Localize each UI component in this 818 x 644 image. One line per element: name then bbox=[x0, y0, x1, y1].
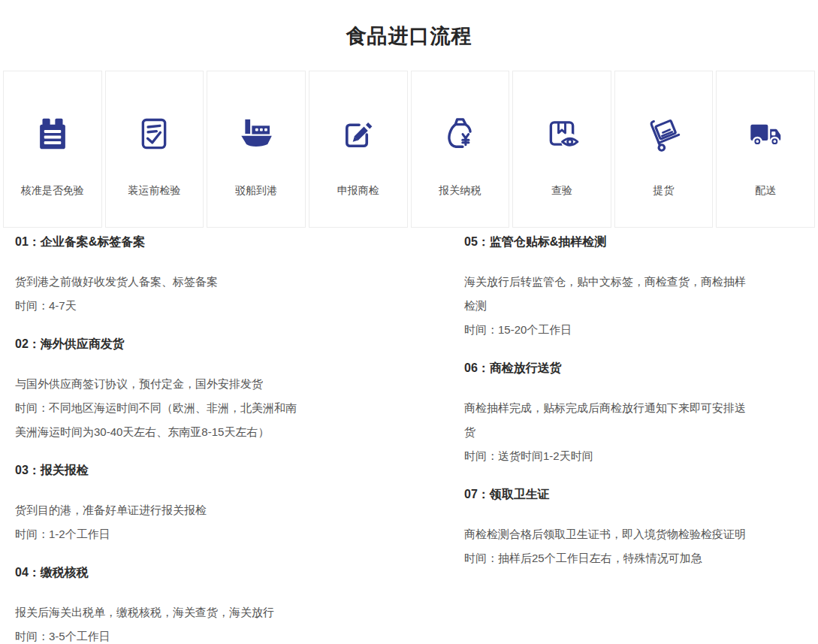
clipboard-icon bbox=[32, 113, 73, 154]
section-description: 与国外供应商签订协议，预付定金，国外安排发货 bbox=[15, 372, 422, 396]
edit-icon bbox=[338, 113, 379, 154]
page-title: 食品进口流程 bbox=[0, 21, 818, 51]
step-cell-customs-tax: 报关纳税 bbox=[411, 71, 510, 228]
section-time: 时间：15-20个工作日 bbox=[464, 318, 804, 342]
step-cell-arrival-port: 驳船到港 bbox=[207, 71, 306, 228]
checklist-icon bbox=[134, 113, 174, 154]
section-03: 03：报关报检 货到目的港，准备好单证进行报关报检 时间：1-2个工作日 bbox=[15, 462, 422, 546]
section-time: 时间：1-2个工作日 bbox=[15, 522, 422, 546]
section-description: 商检检测合格后领取卫生证书，即入境货物检验检疫证明 bbox=[464, 522, 804, 546]
section-time: 时间：送货时间1-2天时间 bbox=[464, 444, 804, 468]
step-label: 报关纳税 bbox=[439, 184, 481, 198]
section-07: 07：领取卫生证 商检检测合格后领取卫生证书，即入境货物检验检疫证明 时间：抽样… bbox=[464, 486, 804, 570]
details-column-left: 01：企业备案&标签备案 货到港之前做好收发货人备案、标签备案 时间：4-7天 … bbox=[15, 234, 422, 644]
step-cell-approval: 核准是否免验 bbox=[3, 71, 102, 228]
step-label: 驳船到港 bbox=[235, 184, 277, 198]
handtruck-icon bbox=[644, 113, 684, 154]
section-description: 报关后海关出税单，缴税核税，海关查货，海关放行 bbox=[15, 600, 422, 624]
section-01: 01：企业备案&标签备案 货到港之前做好收发货人备案、标签备案 时间：4-7天 bbox=[15, 234, 422, 318]
money-bag-icon bbox=[439, 113, 480, 154]
process-details: 01：企业备案&标签备案 货到港之前做好收发货人备案、标签备案 时间：4-7天 … bbox=[0, 228, 818, 644]
section-04: 04：缴税核税 报关后海关出税单，缴税核税，海关查货，海关放行 时间：3-5个工… bbox=[15, 564, 422, 644]
section-heading: 07：领取卫生证 bbox=[464, 486, 804, 503]
ship-icon bbox=[236, 113, 276, 154]
section-description: 商检抽样完成，贴标完成后商检放行通知下来即可安排送 货 bbox=[464, 396, 804, 444]
section-heading: 03：报关报检 bbox=[15, 462, 422, 479]
step-label: 核准是否免验 bbox=[21, 184, 84, 198]
step-label: 配送 bbox=[755, 184, 776, 198]
step-label: 提货 bbox=[653, 184, 675, 198]
step-label: 申报商检 bbox=[337, 184, 379, 198]
section-time: 时间：抽样后25个工作日左右，特殊情况可加急 bbox=[464, 546, 804, 570]
section-description: 货到港之前做好收发货人备案、标签备案 bbox=[15, 270, 422, 294]
section-description: 货到目的港，准备好单证进行报关报检 bbox=[15, 498, 422, 522]
truck-icon bbox=[745, 113, 786, 154]
details-column-right: 05：监管仓贴标&抽样检测 海关放行后转监管仓，贴中文标签，商检查货，商检抽样 … bbox=[464, 234, 804, 644]
section-heading: 06：商检放行送货 bbox=[464, 360, 804, 376]
box-inspect-icon bbox=[542, 113, 582, 154]
section-time: 时间：3-5个工作日 bbox=[15, 624, 422, 644]
section-heading: 01：企业备案&标签备案 bbox=[15, 234, 422, 250]
step-label: 装运前检验 bbox=[128, 184, 180, 198]
section-time: 时间：不同地区海运时间不同（欧洲、非洲，北美洲和南 美洲海运时间为30-40天左… bbox=[15, 396, 422, 444]
section-05: 05：监管仓贴标&抽样检测 海关放行后转监管仓，贴中文标签，商检查货，商检抽样 … bbox=[464, 234, 804, 342]
step-cell-declare-inspection: 申报商检 bbox=[309, 71, 408, 228]
step-cell-pickup: 提货 bbox=[614, 71, 714, 228]
section-time: 时间：4-7天 bbox=[15, 294, 422, 318]
section-heading: 04：缴税核税 bbox=[15, 564, 422, 581]
section-heading: 02：海外供应商发货 bbox=[15, 336, 422, 352]
section-02: 02：海外供应商发货 与国外供应商签订协议，预付定金，国外安排发货 时间：不同地… bbox=[15, 336, 422, 444]
step-label: 查验 bbox=[551, 184, 572, 198]
step-cell-preshipment-inspection: 装运前检验 bbox=[105, 71, 204, 228]
step-cell-examination: 查验 bbox=[512, 71, 611, 228]
section-description: 海关放行后转监管仓，贴中文标签，商检查货，商检抽样 检测 bbox=[464, 270, 804, 318]
step-cell-delivery: 配送 bbox=[716, 71, 815, 228]
process-steps-grid: 核准是否免验 装运前检验 bbox=[3, 71, 815, 228]
section-heading: 05：监管仓贴标&抽样检测 bbox=[464, 234, 804, 250]
section-06: 06：商检放行送货 商检抽样完成，贴标完成后商检放行通知下来即可安排送 货 时间… bbox=[464, 360, 804, 468]
